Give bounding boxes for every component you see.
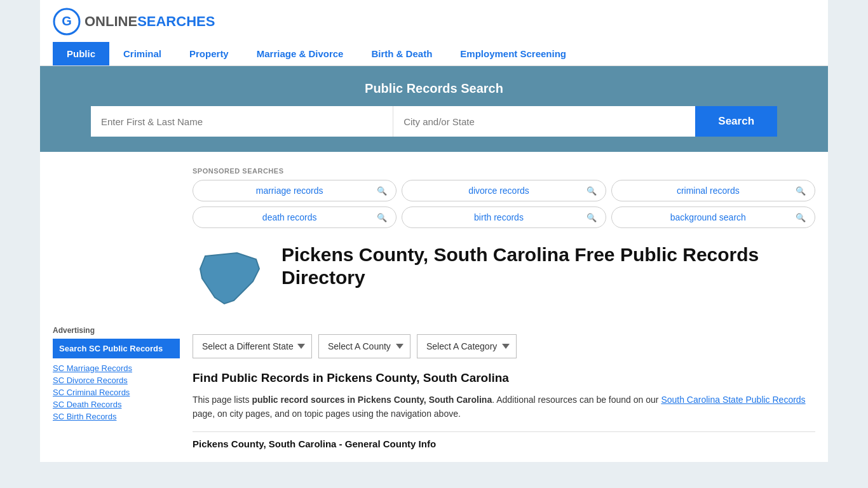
sponsored-pill-divorce[interactable]: divorce records 🔍	[402, 180, 606, 201]
search-icon-3: 🔍	[796, 186, 806, 196]
logo-area[interactable]: G ONLINESEARCHES	[53, 8, 215, 36]
find-records-text-part2: . Additional resources can be found on o…	[492, 395, 661, 405]
logo-searches: SEARCHES	[137, 13, 215, 29]
page-wrapper: G ONLINESEARCHES Public Criminal Propert…	[0, 0, 868, 488]
sponsored-pill-criminal[interactable]: criminal records 🔍	[611, 180, 815, 201]
general-info-title: Pickens County, South Carolina - General…	[193, 438, 815, 449]
svg-text:G: G	[62, 14, 72, 28]
search-icon-2: 🔍	[587, 186, 597, 196]
sponsored-pill-death-text: death records	[202, 212, 377, 222]
sidebar-link-marriage[interactable]: SC Marriage Records	[53, 363, 180, 373]
find-records-text-part1: This page lists	[193, 395, 252, 405]
nav-item-birth-death[interactable]: Birth & Death	[357, 42, 446, 65]
sidebar-ad-block[interactable]: Search SC Public Records	[53, 339, 180, 358]
sidebar-link-divorce[interactable]: SC Divorce Records	[53, 376, 180, 385]
search-section-title: Public Records Search	[53, 81, 815, 96]
sidebar: Advertising Search SC Public Records SC …	[53, 161, 180, 449]
category-dropdown[interactable]: Select A Category	[417, 334, 517, 358]
sidebar-ad-label: Advertising	[53, 326, 180, 335]
sponsored-pill-marriage[interactable]: marriage records 🔍	[193, 180, 397, 201]
nav-item-employment[interactable]: Employment Screening	[446, 42, 580, 65]
dropdown-row: Select a Different State Select A County…	[193, 334, 815, 358]
sidebar-link-birth[interactable]: SC Birth Records	[53, 412, 180, 421]
logo-text: ONLINESEARCHES	[85, 13, 215, 30]
logo-online: ONLINE	[85, 13, 137, 29]
sponsored-section: SPONSORED SEARCHES marriage records 🔍 di…	[193, 161, 815, 228]
location-input[interactable]	[393, 106, 695, 137]
county-dropdown[interactable]: Select A County	[318, 334, 410, 358]
sponsored-pill-marriage-text: marriage records	[202, 186, 377, 196]
page-body: SPONSORED SEARCHES marriage records 🔍 di…	[193, 161, 815, 449]
name-input[interactable]	[91, 106, 393, 137]
sponsored-pill-criminal-text: criminal records	[621, 186, 796, 196]
nav-item-property[interactable]: Property	[175, 42, 243, 65]
sponsored-label: SPONSORED SEARCHES	[193, 167, 815, 175]
search-icon-6: 🔍	[796, 213, 806, 222]
county-title: Pickens County, South Carolina Free Publ…	[281, 243, 815, 289]
header: G ONLINESEARCHES Public Criminal Propert…	[40, 0, 828, 66]
search-icon-5: 🔍	[587, 213, 597, 222]
find-records-text: This page lists public record sources in…	[193, 393, 815, 421]
search-button[interactable]: Search	[695, 106, 777, 137]
search-icon-1: 🔍	[377, 186, 387, 196]
nav-item-criminal[interactable]: Criminal	[109, 42, 175, 65]
header-top: G ONLINESEARCHES	[53, 8, 815, 36]
section-divider	[193, 431, 815, 432]
sponsored-pill-death[interactable]: death records 🔍	[193, 207, 397, 228]
search-bar: Search	[91, 106, 777, 137]
sponsored-pill-birth[interactable]: birth records 🔍	[402, 207, 606, 228]
sidebar-link-death[interactable]: SC Death Records	[53, 400, 180, 409]
find-records-text-part3: page, on city pages, and on topic pages …	[193, 409, 461, 419]
sidebar-link-criminal[interactable]: SC Criminal Records	[53, 388, 180, 397]
sponsored-pill-background-text: background search	[621, 212, 796, 222]
main-area: Advertising Search SC Public Records SC …	[40, 152, 828, 462]
state-dropdown[interactable]: Select a Different State	[193, 334, 312, 358]
nav-item-public[interactable]: Public	[53, 42, 109, 65]
search-icon-4: 🔍	[377, 213, 387, 222]
find-records-title: Find Public Records in Pickens County, S…	[193, 371, 815, 385]
logo-icon: G	[53, 8, 81, 36]
nav: Public Criminal Property Marriage & Divo…	[53, 42, 815, 65]
sponsored-grid: marriage records 🔍 divorce records 🔍 cri…	[193, 180, 815, 228]
county-header: Pickens County, South Carolina Free Publ…	[193, 243, 815, 322]
sponsored-pill-birth-text: birth records	[411, 212, 586, 222]
state-map	[193, 243, 269, 322]
state-records-link[interactable]: South Carolina State Public Records	[661, 395, 805, 405]
find-records-bold: public record sources in Pickens County,…	[252, 395, 492, 405]
nav-item-marriage-divorce[interactable]: Marriage & Divorce	[243, 42, 358, 65]
sponsored-pill-background[interactable]: background search 🔍	[611, 207, 815, 228]
search-section: Public Records Search Search	[40, 66, 828, 152]
inner-wrapper: G ONLINESEARCHES Public Criminal Propert…	[40, 0, 828, 462]
sponsored-pill-divorce-text: divorce records	[411, 186, 586, 196]
